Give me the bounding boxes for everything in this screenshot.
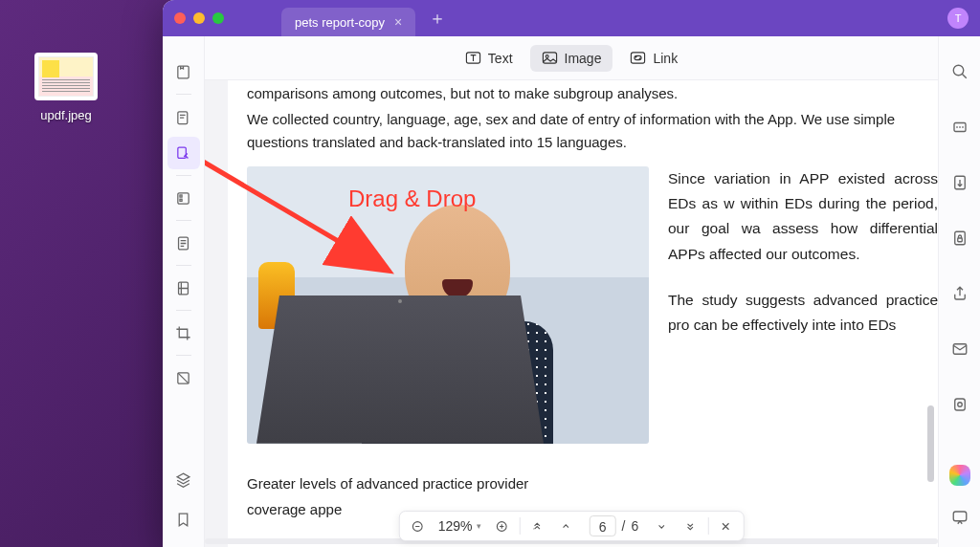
prev-page-button[interactable]	[553, 513, 580, 539]
avatar[interactable]: T	[947, 8, 969, 29]
app-window: pets report-copy × ＋ T	[163, 0, 980, 547]
edit-toolbar: Text Image Link	[205, 36, 938, 80]
drag-drop-overlay-label: Drag & Drop	[348, 186, 476, 212]
tab-title: pets report-copy	[295, 15, 385, 30]
svg-rect-20	[957, 238, 962, 242]
ocr-icon[interactable]	[944, 111, 976, 143]
page-layout-tool-icon[interactable]	[167, 272, 200, 304]
text-icon	[465, 51, 481, 65]
document-tab[interactable]: pets report-copy ×	[281, 8, 415, 36]
main-area: Text Image Link comparisons among outcom…	[205, 36, 938, 547]
file-name-label: updf.jpeg	[29, 108, 103, 122]
reader-tool-icon[interactable]	[167, 55, 200, 88]
svg-rect-4	[180, 194, 182, 196]
edit-tool-icon[interactable]	[167, 137, 200, 169]
svg-point-16	[953, 65, 964, 76]
app-logo-icon[interactable]	[949, 465, 970, 486]
svg-rect-22	[954, 399, 965, 410]
total-pages: 6	[631, 518, 638, 534]
maximize-window-button[interactable]	[212, 12, 224, 24]
left-sidebar	[163, 36, 205, 547]
link-icon	[630, 51, 646, 65]
vertical-scrollbar[interactable]	[927, 405, 934, 482]
window-body: Text Image Link comparisons among outcom…	[163, 36, 980, 547]
protect-icon[interactable]	[944, 222, 976, 254]
comment-tool-icon[interactable]	[167, 100, 200, 133]
feedback-icon[interactable]	[944, 501, 976, 534]
new-tab-button[interactable]: ＋	[429, 7, 446, 30]
page-nav-bar: 129% 6 / 6	[399, 511, 745, 541]
body-text: comparisons among outcomes, but not to m…	[247, 82, 938, 104]
crop-tool-icon[interactable]	[167, 317, 200, 349]
text-tool-button[interactable]: Text	[454, 45, 524, 72]
svg-point-11	[546, 55, 548, 58]
link-tool-label: Link	[653, 51, 678, 66]
search-icon[interactable]	[944, 55, 976, 88]
titlebar: pets report-copy × ＋ T	[163, 0, 980, 36]
link-tool-button[interactable]: Link	[618, 45, 689, 72]
bookmark-icon[interactable]	[167, 503, 200, 536]
close-tab-icon[interactable]: ×	[394, 14, 402, 30]
traffic-lights	[174, 12, 224, 24]
email-icon[interactable]	[944, 333, 976, 365]
share-icon[interactable]	[944, 277, 976, 310]
image-icon	[542, 51, 558, 65]
svg-rect-12	[632, 53, 645, 63]
body-text: Greater levels of advanced practice prov…	[247, 472, 938, 494]
document-page: comparisons among outcomes, but not to m…	[228, 80, 938, 547]
next-page-button[interactable]	[648, 513, 675, 539]
last-page-button[interactable]	[677, 513, 703, 539]
svg-point-23	[957, 403, 962, 407]
page-indicator: 6 / 6	[582, 515, 647, 536]
layers-icon[interactable]	[167, 463, 200, 495]
zoom-out-button[interactable]	[404, 513, 431, 539]
image-tool-label: Image	[565, 51, 602, 66]
current-page-input[interactable]: 6	[590, 515, 616, 536]
zoom-level[interactable]: 129%	[433, 518, 487, 534]
svg-rect-5	[180, 199, 182, 201]
file-thumbnail	[34, 53, 98, 100]
first-page-button[interactable]	[524, 513, 551, 539]
svg-rect-10	[543, 53, 556, 63]
organize-tool-icon[interactable]	[167, 182, 200, 214]
body-text: We collected country, language, age, sex…	[247, 108, 938, 153]
redact-tool-icon[interactable]	[167, 361, 200, 394]
document-viewport[interactable]: comparisons among outcomes, but not to m…	[205, 80, 938, 547]
right-sidebar	[938, 36, 980, 547]
desktop-file[interactable]: updf.jpeg	[29, 53, 103, 122]
minimize-window-button[interactable]	[193, 12, 205, 24]
convert-icon[interactable]	[944, 166, 976, 199]
image-tool-button[interactable]: Image	[530, 45, 613, 72]
svg-rect-24	[953, 512, 967, 521]
form-tool-icon[interactable]	[167, 227, 200, 259]
body-text-column: Since variation in APP existed across ED…	[668, 166, 938, 360]
text-tool-label: Text	[488, 51, 513, 66]
close-nav-button[interactable]	[712, 513, 739, 539]
zoom-in-button[interactable]	[489, 513, 516, 539]
close-window-button[interactable]	[174, 12, 186, 24]
print-icon[interactable]	[944, 388, 976, 421]
